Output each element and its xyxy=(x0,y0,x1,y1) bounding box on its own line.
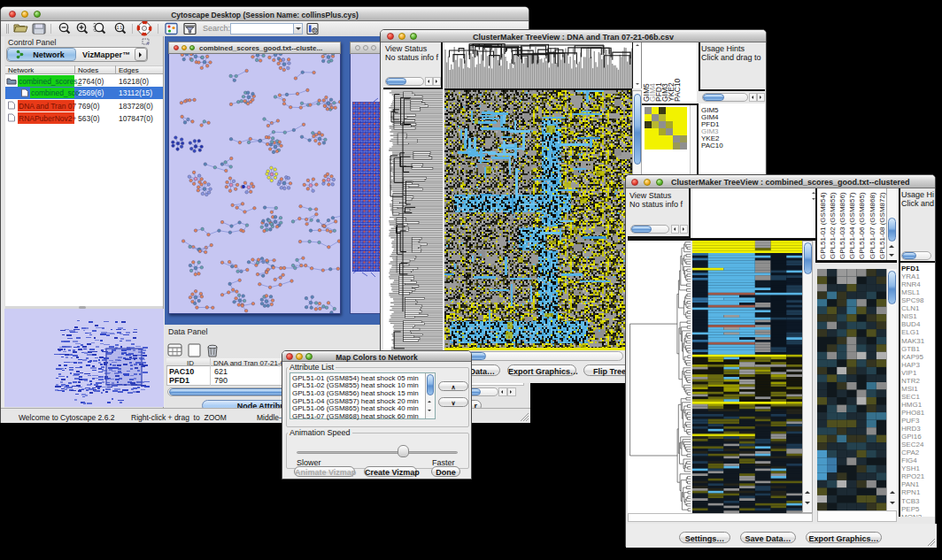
svg-text:PAN1: PAN1 xyxy=(901,480,920,488)
svg-text:MAK31: MAK31 xyxy=(901,337,925,345)
svg-text:RNR4: RNR4 xyxy=(901,280,921,288)
svg-text:PFD1: PFD1 xyxy=(901,265,920,272)
svg-text:PHO81: PHO81 xyxy=(901,409,925,417)
svg-text:ELG1: ELG1 xyxy=(901,328,920,336)
svg-text:BUD4: BUD4 xyxy=(901,320,921,328)
svg-text:SEC1: SEC1 xyxy=(901,393,920,401)
svg-text:VIP1: VIP1 xyxy=(901,369,917,377)
svg-text:FIG4: FIG4 xyxy=(901,456,917,464)
svg-text:MON2: MON2 xyxy=(901,513,923,517)
svg-text:1:1: 1:1 xyxy=(117,26,123,30)
svg-text:MSL1: MSL1 xyxy=(901,288,920,296)
svg-text:MSI1: MSI1 xyxy=(901,385,918,393)
svg-text:YRA1: YRA1 xyxy=(901,272,920,280)
svg-text:PUF3: PUF3 xyxy=(901,417,920,425)
svg-text:GPL51-06 (GSM865): GPL51-06 (GSM865) xyxy=(858,192,866,259)
svg-text:SEC24: SEC24 xyxy=(901,441,924,449)
svg-text:CLN1: CLN1 xyxy=(901,304,920,312)
svg-text:b: b xyxy=(313,27,316,33)
svg-text:GPL51-03 (GSM856): GPL51-03 (GSM856) xyxy=(838,192,846,259)
svg-text:YSH1: YSH1 xyxy=(901,464,920,472)
svg-text:TCB3: TCB3 xyxy=(901,497,920,505)
svg-text:GPL51-08 (GSM872): GPL51-08 (GSM872) xyxy=(878,192,886,259)
svg-text:GPL51-01 (GSM854): GPL51-01 (GSM854) xyxy=(819,192,827,259)
svg-text:PAC10: PAC10 xyxy=(673,78,682,102)
svg-text:HMG1: HMG1 xyxy=(901,401,923,409)
svg-text:KAP95: KAP95 xyxy=(901,353,923,361)
svg-text:CPA2: CPA2 xyxy=(901,449,920,456)
svg-text:GPL51-07 (GSM868): GPL51-07 (GSM868) xyxy=(869,192,876,259)
svg-text:SPC98: SPC98 xyxy=(901,296,924,304)
svg-text:GPL51-04 (GSM857): GPL51-04 (GSM857) xyxy=(848,192,856,259)
svg-text:NIS1: NIS1 xyxy=(901,312,917,320)
svg-text:RPN1: RPN1 xyxy=(901,488,921,496)
svg-text:GPI16: GPI16 xyxy=(901,433,922,441)
svg-text:RPO21: RPO21 xyxy=(901,472,925,480)
svg-text:GPL51-02 (GSM855): GPL51-02 (GSM855) xyxy=(829,192,837,259)
svg-text:HAP3: HAP3 xyxy=(901,361,920,369)
svg-text:HRD3: HRD3 xyxy=(901,425,921,433)
svg-text:GTB1: GTB1 xyxy=(901,345,920,353)
svg-text:PEP5: PEP5 xyxy=(901,505,920,513)
svg-text:NTR2: NTR2 xyxy=(901,377,920,385)
